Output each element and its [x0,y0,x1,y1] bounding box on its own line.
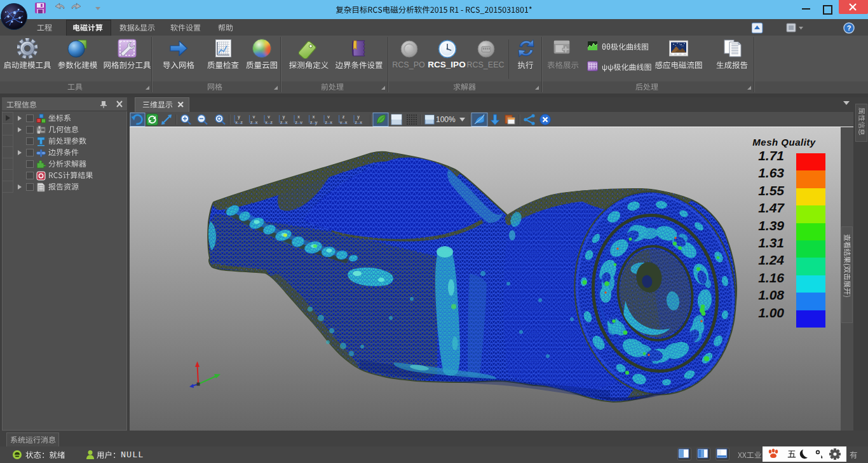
svg-text:x: x [285,120,288,125]
svg-text:x: x [330,120,332,125]
svg-text:x: x [265,120,268,125]
svg-text:y: y [315,120,318,125]
svg-text:?: ? [847,24,851,32]
svg-text:z: z [325,120,327,125]
svg-text:x: x [255,120,258,125]
svg-text:x: x [235,120,238,125]
svg-text:x: x [297,114,300,119]
svg-text:z: z [342,114,345,119]
svg-text:x: x [345,120,348,125]
svg-text:z: z [270,120,273,125]
svg-text:y: y [238,114,240,120]
svg-text:100%: 100% [436,115,456,124]
svg-text:v: v [340,120,342,125]
svg-text:z: z [250,120,253,125]
svg-text:v: v [327,114,330,119]
svg-text:z: z [295,120,297,125]
svg-text:x: x [313,114,315,119]
svg-text:z: z [310,120,313,125]
svg-text:v: v [253,114,255,119]
svg-text:z: z [240,120,243,125]
svg-text:y: y [283,114,285,120]
svg-text:v: v [300,120,302,125]
svg-text:z: z [280,120,283,125]
svg-text:z: z [355,120,357,125]
svg-text:x: x [360,120,362,125]
svg-text:v: v [268,114,270,119]
svg-text:y: y [357,114,360,120]
